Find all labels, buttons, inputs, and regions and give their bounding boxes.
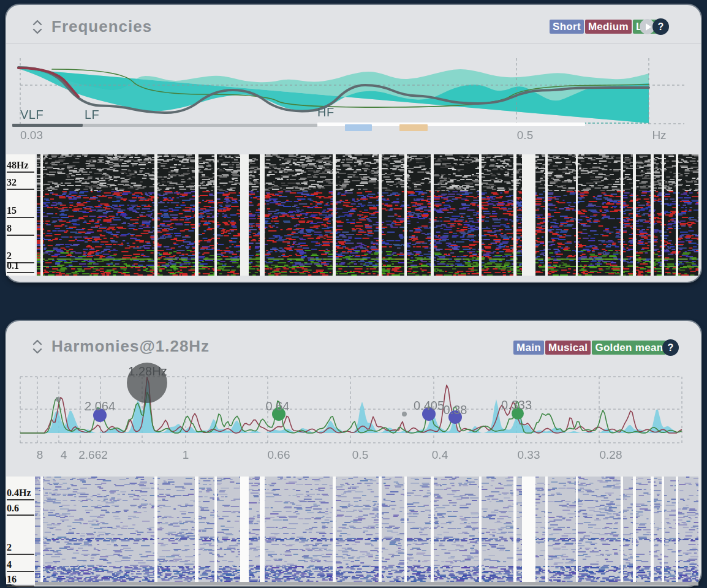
frequencies-chart-canvas[interactable] <box>6 43 701 153</box>
x-tick-0.66: 0.66 <box>268 448 290 462</box>
x-tick-0.33: 0.33 <box>518 448 540 462</box>
peak-label-0.64: 0.64 <box>266 399 290 413</box>
x-tick-0.4: 0.4 <box>432 448 448 462</box>
play-icon <box>646 23 651 31</box>
spectrogram-tick-32: 32 <box>7 177 34 190</box>
peak-label-0.405: 0.405 <box>414 399 444 413</box>
harmonies-legend: MainMusicalGolden mean <box>513 341 666 355</box>
collapse-expand-icon[interactable] <box>32 18 43 36</box>
spectrogram-tick-48hz: 48Hz <box>7 160 34 173</box>
frequencies-title: Frequencies <box>51 17 152 36</box>
legend-chip-golden-mean[interactable]: Golden mean <box>592 341 666 355</box>
peak-label-0.38: 0.38 <box>444 403 467 417</box>
x-tick-Hz: Hz <box>652 129 666 142</box>
frequencies-spectrogram[interactable] <box>37 154 698 276</box>
x-tick-0.5: 0.5 <box>352 448 368 462</box>
range-bar-segment-1[interactable] <box>83 124 317 127</box>
band-label-lf: LF <box>85 108 99 122</box>
frequencies-help-button[interactable]: ? <box>652 18 669 35</box>
spectrogram-tick-15: 15 <box>7 205 34 218</box>
x-tick-0.5: 0.5 <box>517 129 533 142</box>
band-label-hf: HF <box>317 105 335 119</box>
x-tick-0.28: 0.28 <box>600 448 622 462</box>
spectrogram-tick-0.6: 0.6 <box>7 503 34 516</box>
legend-chip-short[interactable]: Short <box>550 20 584 34</box>
spectrogram-tick-8: 8 <box>7 223 34 236</box>
range-bar-segment-4[interactable] <box>399 124 428 131</box>
peak-label-2.064: 2.064 <box>85 399 115 413</box>
harmonies-title: Harmonies@1.28Hz <box>51 337 210 356</box>
x-tick-8: 8 <box>37 448 43 462</box>
range-bar-segment-0[interactable] <box>12 124 83 127</box>
spectrogram-tick-16: 16 <box>7 574 34 587</box>
harmonies-help-button[interactable]: ? <box>662 339 679 356</box>
spectrogram-tick-0.4hz: 0.4Hz <box>7 488 34 500</box>
peak-label-1.28Hz: 1.28Hz <box>128 364 167 379</box>
peak-label-0.333: 0.333 <box>501 398 532 412</box>
legend-chip-medium[interactable]: Medium <box>585 20 632 34</box>
x-tick-4: 4 <box>61 448 67 462</box>
x-tick-0.03: 0.03 <box>20 129 43 142</box>
spectrogram-tick-0.1: 0.1 <box>7 260 34 273</box>
x-tick-2.662: 2.662 <box>78 448 108 462</box>
band-label-vlf: VLF <box>20 108 43 122</box>
legend-chip-main[interactable]: Main <box>513 341 544 355</box>
spectrogram-tick-4: 4 <box>7 559 34 572</box>
harmonies-spectrogram[interactable] <box>35 477 698 586</box>
app-stage: Frequencies ShortMediumLong ? VLFLFHF 0.… <box>0 0 707 588</box>
collapse-expand-icon[interactable] <box>32 338 43 355</box>
legend-chip-musical[interactable]: Musical <box>545 341 591 355</box>
x-tick-1: 1 <box>183 448 189 462</box>
spectrogram-tick-2: 2 <box>7 542 34 555</box>
range-bar-segment-3[interactable] <box>345 124 372 131</box>
